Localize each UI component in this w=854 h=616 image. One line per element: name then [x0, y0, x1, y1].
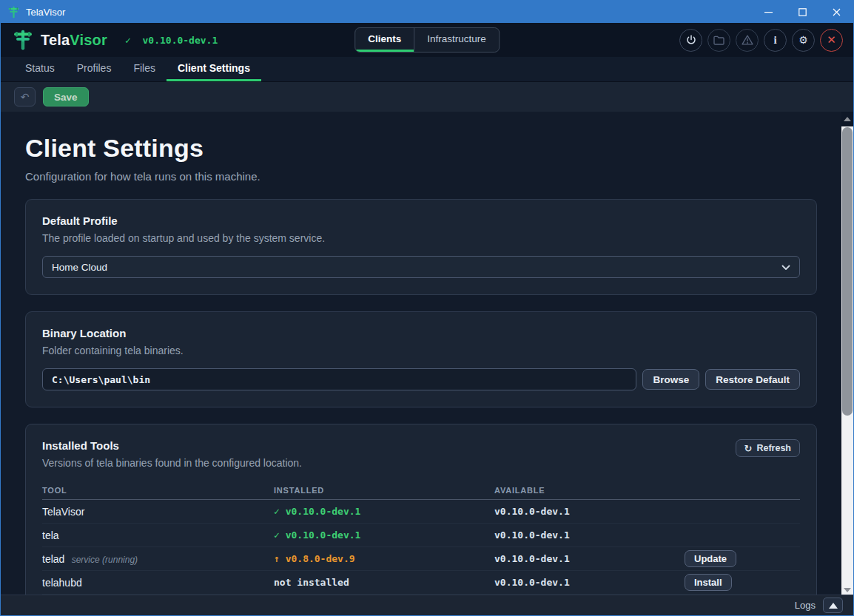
- app-header: TelaVisor ✓ v0.10.0-dev.1 Clients Infras…: [1, 23, 853, 57]
- triangle-up-icon: [829, 603, 838, 609]
- close-x-icon: ✕: [827, 33, 836, 47]
- tools-table-header: TOOL INSTALLED AVAILABLE: [42, 481, 800, 500]
- tool-name: telad: [42, 553, 64, 565]
- folder-button[interactable]: [707, 29, 730, 52]
- binary-location-description: Folder containing tela binaries.: [42, 345, 800, 356]
- tools-table-body: TelaVisor ✓ v0.10.0-dev.1 v0.10.0-dev.1 …: [42, 500, 800, 595]
- app-version: ✓ v0.10.0-dev.1: [125, 35, 218, 46]
- page-subtitle: Configuration for how tela runs on this …: [25, 170, 817, 183]
- selected-profile: Home Cloud: [52, 262, 107, 273]
- default-profile-card: Default Profile The profile loaded on st…: [25, 199, 817, 295]
- header-actions: i ⚙ ✕: [679, 29, 843, 52]
- toggle-infrastructure[interactable]: Infrastructure: [414, 28, 499, 52]
- version-check-icon: ✓: [125, 35, 131, 46]
- column-available: AVAILABLE: [494, 486, 685, 495]
- main-content: Client Settings Configuration for how te…: [1, 112, 853, 595]
- table-row: telad service (running) ↑ v0.8.0-dev.9 v…: [42, 547, 800, 571]
- column-tool: TOOL: [42, 486, 274, 495]
- warnings-button[interactable]: [736, 29, 759, 52]
- installed-tools-card: Installed Tools Versions of tela binarie…: [25, 424, 817, 595]
- default-profile-title: Default Profile: [42, 214, 800, 227]
- power-icon: [686, 35, 696, 45]
- browse-button[interactable]: Browse: [642, 369, 699, 390]
- restore-default-button[interactable]: Restore Default: [705, 369, 800, 390]
- available-version: v0.10.0-dev.1: [494, 577, 685, 588]
- app-name-visor: Visor: [70, 32, 107, 48]
- installed-version: ✓ v0.10.0-dev.1: [274, 506, 494, 517]
- expand-logs-button[interactable]: [823, 598, 843, 613]
- table-row: TelaVisor ✓ v0.10.0-dev.1 v0.10.0-dev.1: [42, 500, 800, 524]
- window-title: TelaVisor: [26, 7, 751, 18]
- table-row: telahubd not installed v0.10.0-dev.1 Ins…: [42, 571, 800, 595]
- scroll-up-icon: [844, 117, 851, 121]
- tool-name: TelaVisor: [42, 506, 84, 518]
- scrollbar-thumb[interactable]: [842, 127, 853, 416]
- tool-name: telahubd: [42, 577, 82, 589]
- row-action-button[interactable]: Update: [685, 550, 736, 567]
- tab-files[interactable]: Files: [122, 57, 167, 81]
- table-row: tela ✓ v0.10.0-dev.1 v0.10.0-dev.1: [42, 524, 800, 547]
- quit-button[interactable]: ✕: [820, 29, 843, 52]
- os-titlebar: TelaVisor: [1, 1, 853, 23]
- minimize-button[interactable]: [751, 1, 785, 23]
- app-logo: TelaVisor ✓ v0.10.0-dev.1: [13, 29, 218, 51]
- installed-tools-title: Installed Tools: [42, 439, 302, 452]
- tab-client-settings[interactable]: Client Settings: [167, 57, 261, 81]
- page-title: Client Settings: [25, 134, 817, 163]
- maximize-icon: [798, 8, 807, 16]
- refresh-icon: ↻: [744, 443, 753, 454]
- app-logo-icon: [7, 6, 20, 18]
- version-number: v0.10.0-dev.1: [143, 35, 218, 46]
- close-window-button[interactable]: [819, 1, 853, 23]
- app-name-tela: Tela: [41, 32, 70, 48]
- settings-button[interactable]: ⚙: [792, 29, 815, 52]
- vertical-scrollbar[interactable]: [841, 112, 853, 595]
- installed-version: ✓ v0.10.0-dev.1: [274, 529, 494, 541]
- row-action-button[interactable]: Install: [685, 574, 732, 591]
- available-version: v0.10.0-dev.1: [494, 506, 685, 517]
- tool-name: tela: [42, 529, 59, 541]
- status-footer: Logs: [1, 595, 853, 615]
- installed-tools-header: Installed Tools Versions of tela binarie…: [42, 439, 800, 469]
- binary-path-input[interactable]: C:\Users\paul\bin: [42, 368, 636, 390]
- tab-profiles[interactable]: Profiles: [66, 57, 123, 81]
- scroll-down-icon: [844, 588, 851, 592]
- undo-button[interactable]: ↶: [14, 87, 36, 106]
- scrollbar-up-button[interactable]: [841, 112, 853, 126]
- mode-toggle: Clients Infrastructure: [354, 27, 500, 53]
- installed-tools-description: Versions of tela binaries found in the c…: [42, 457, 302, 469]
- column-installed: INSTALLED: [274, 486, 494, 495]
- tab-bar: Status Profiles Files Client Settings: [1, 57, 853, 82]
- telavisor-pole-icon: [13, 29, 33, 51]
- tools-table: TOOL INSTALLED AVAILABLE TelaVisor ✓ v0.…: [42, 481, 800, 595]
- installed-version: ↑ v0.8.0-dev.9: [274, 553, 494, 564]
- default-profile-description: The profile loaded on startup and used b…: [42, 232, 800, 244]
- tool-note: service (running): [69, 555, 138, 565]
- warning-icon: [742, 35, 753, 45]
- toggle-clients[interactable]: Clients: [355, 28, 414, 52]
- default-profile-select[interactable]: Home Cloud: [42, 256, 800, 278]
- scrollbar-down-button[interactable]: [841, 588, 853, 592]
- refresh-button[interactable]: ↻ Refresh: [736, 439, 800, 457]
- settings-toolbar: ↶ Save: [1, 82, 853, 112]
- undo-icon: ↶: [21, 91, 30, 103]
- folder-icon: [713, 35, 724, 45]
- power-button[interactable]: [679, 29, 702, 52]
- available-version: v0.10.0-dev.1: [494, 553, 685, 564]
- binary-path-row: C:\Users\paul\bin Browse Restore Default: [42, 368, 800, 390]
- tab-status[interactable]: Status: [14, 57, 66, 81]
- binary-location-title: Binary Location: [42, 327, 800, 339]
- close-icon: [833, 8, 841, 16]
- info-icon: i: [773, 34, 776, 47]
- chevron-down-icon: [781, 262, 790, 273]
- info-button[interactable]: i: [764, 29, 787, 52]
- maximize-button[interactable]: [785, 1, 819, 23]
- gear-icon: ⚙: [798, 34, 808, 46]
- minimize-icon: [764, 8, 773, 16]
- logs-label: Logs: [795, 600, 816, 611]
- binary-location-card: Binary Location Folder containing tela b…: [25, 311, 817, 407]
- installed-version: not installed: [274, 577, 494, 588]
- app-name: TelaVisor: [41, 32, 107, 49]
- available-version: v0.10.0-dev.1: [494, 529, 685, 541]
- save-button[interactable]: Save: [43, 87, 89, 106]
